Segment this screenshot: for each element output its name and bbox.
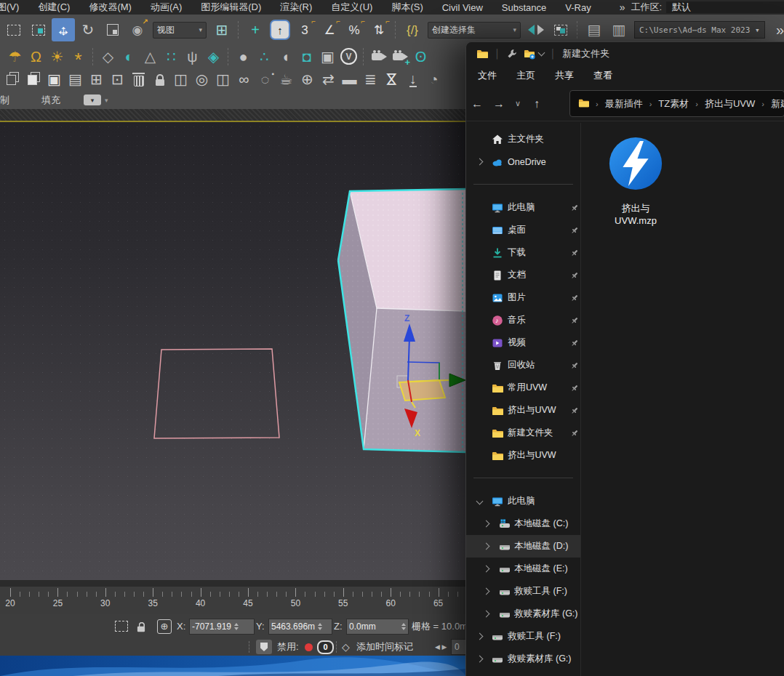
- snap-toggle-3d-icon[interactable]: 3⌐: [293, 18, 316, 41]
- dashed-target-icon[interactable]: ◌▪: [255, 71, 275, 89]
- window-crossing-icon[interactable]: [27, 18, 50, 41]
- doc-add-icon[interactable]: ⊞: [87, 71, 106, 89]
- menu-item-3[interactable]: 修改器(M): [79, 1, 141, 14]
- recent-locations-button[interactable]: ∨: [510, 99, 526, 108]
- explorer-title-bar[interactable]: │ │ 新建文件夹: [466, 42, 784, 65]
- percent-snap-icon[interactable]: %⌐: [343, 18, 366, 41]
- named-selection-set-dropdown[interactable]: 创建选择集▾: [428, 22, 521, 39]
- more-tools-icon[interactable]: »: [769, 18, 784, 41]
- rotate-tool-icon[interactable]: ↻: [76, 18, 100, 41]
- sidebar-item-主文件夹[interactable]: 主文件夹: [466, 128, 580, 150]
- coord-system-dropdown[interactable]: 视图▾: [153, 22, 207, 39]
- menu-item-1[interactable]: 视图(V): [0, 1, 28, 14]
- sidebar-item-救赎工具 (F:)[interactable]: 救赎工具 (F:): [466, 580, 580, 603]
- paste-page-icon[interactable]: ▣: [44, 71, 64, 89]
- sidebar-item-视频[interactable]: 视频: [466, 331, 580, 354]
- clone-page-icon[interactable]: [2, 71, 22, 89]
- menu-item-8[interactable]: 脚本(S): [382, 1, 432, 14]
- sidebar-item-图片[interactable]: 图片: [466, 286, 580, 309]
- explorer-menu-2[interactable]: 主页: [516, 69, 535, 82]
- chevron-down-icon[interactable]: [476, 498, 484, 505]
- scale-tool-icon[interactable]: [101, 18, 124, 41]
- ribbon-caret-icon[interactable]: ▾: [105, 97, 108, 104]
- vray-logo-icon[interactable]: V: [339, 47, 359, 65]
- lock-icon[interactable]: [150, 71, 169, 89]
- wrench-icon[interactable]: [507, 49, 517, 59]
- project-folder-field[interactable]: C:\Users\Ad⋯ds Max 2023 ▾: [634, 21, 765, 39]
- chevron-right-icon[interactable]: [483, 588, 490, 595]
- chevron-right-icon[interactable]: [476, 633, 484, 640]
- swap-arrows-icon[interactable]: ⇄: [319, 71, 338, 89]
- fire-effect-cube-icon[interactable]: ◈: [204, 47, 223, 65]
- delete-icon[interactable]: [129, 71, 148, 89]
- use-pivot-center-icon[interactable]: ⊞: [210, 18, 233, 41]
- new-folder-button[interactable]: [524, 48, 544, 60]
- eye-icon[interactable]: ◎: [192, 71, 212, 89]
- select-manipulate-icon[interactable]: +: [244, 18, 267, 41]
- sun-rays-icon[interactable]: *: [68, 47, 88, 65]
- up-button[interactable]: ↑: [526, 97, 548, 110]
- list-rows-icon[interactable]: ≣: [361, 71, 380, 89]
- sidebar-item-挤出与UVW[interactable]: 挤出与UVW: [466, 444, 580, 467]
- menu-item-9[interactable]: Civil View: [433, 2, 492, 13]
- angle-snap-icon[interactable]: ∠⌐: [318, 18, 341, 41]
- material-board-icon[interactable]: ◘: [297, 47, 316, 65]
- ruler-icon[interactable]: ▬: [340, 71, 359, 89]
- forward-button[interactable]: →: [488, 97, 510, 110]
- circle-quarter-icon[interactable]: ◔: [424, 71, 444, 89]
- expand-view-icon[interactable]: ⊡: [108, 71, 127, 89]
- sidebar-item-挤出与UVW[interactable]: 挤出与UVW: [466, 399, 580, 422]
- frame-step-buttons[interactable]: ◀ ▶: [435, 638, 447, 656]
- explorer-menu-3[interactable]: 共享: [555, 69, 574, 82]
- layer-manager-icon[interactable]: ▤: [583, 18, 606, 41]
- spinner-snap-icon[interactable]: ⇅⌐: [367, 18, 391, 41]
- explorer-menu-4[interactable]: 查看: [593, 69, 612, 82]
- menu-item-11[interactable]: V-Ray: [556, 2, 600, 13]
- scatter-grass-icon[interactable]: ψ: [183, 47, 202, 65]
- hourglass-icon[interactable]: ⋈: [382, 71, 401, 89]
- doc-lines-icon[interactable]: ▤: [65, 71, 85, 89]
- copy-page-icon[interactable]: [23, 71, 43, 89]
- sidebar-item-救赎工具 (F:)[interactable]: 救赎工具 (F:): [466, 625, 580, 648]
- shield-toggle-button[interactable]: [256, 638, 272, 656]
- x-coord-field[interactable]: -7071.919: [189, 619, 255, 635]
- material-sphere-half-icon[interactable]: ◐: [119, 47, 139, 65]
- menu-item-4[interactable]: 动画(A): [141, 1, 191, 14]
- particle-dots-icon[interactable]: ∷: [161, 47, 181, 65]
- explorer-menu-1[interactable]: 文件: [478, 69, 497, 82]
- move-tool-icon[interactable]: ↔↕: [52, 18, 75, 41]
- sidebar-item-回收站[interactable]: 回收站: [466, 354, 580, 377]
- selection-lock-icon[interactable]: [137, 614, 145, 638]
- sidebar-item-常用UVW[interactable]: 常用UVW: [466, 377, 580, 399]
- menu-item-7[interactable]: 自定义(U): [321, 1, 382, 14]
- menu-item-10[interactable]: Substance: [492, 2, 556, 13]
- breadcrumb-segment-2[interactable]: TZ素材: [658, 97, 689, 110]
- breadcrumb-segment-3[interactable]: 挤出与UVW: [705, 97, 755, 110]
- ribbon-minimize-button[interactable]: ▾: [84, 94, 101, 105]
- workspace-selector[interactable]: 默认: [666, 1, 784, 13]
- menu-item-6[interactable]: 渲染(R): [271, 1, 321, 14]
- ribbon-tab-fill[interactable]: 填充: [31, 94, 71, 107]
- add-time-tag-label[interactable]: 添加时间标记: [356, 638, 413, 656]
- target-light-icon[interactable]: ☂: [5, 47, 25, 65]
- sidebar-item-OneDrive[interactable]: OneDrive: [466, 150, 580, 173]
- sidebar-item-桌面[interactable]: 桌面: [466, 219, 580, 241]
- ribbon-tab-clipped[interactable]: 制: [0, 94, 20, 107]
- globe-icon[interactable]: ⊕: [297, 71, 317, 89]
- y-coord-field[interactable]: 5463.696m: [268, 619, 332, 635]
- color-dots-icon[interactable]: ∴: [255, 47, 274, 65]
- breadcrumb-segment-1[interactable]: 最新插件: [605, 97, 643, 110]
- chevron-right-icon[interactable]: [483, 566, 490, 573]
- select-region-icon[interactable]: [2, 18, 25, 41]
- chevron-right-icon[interactable]: [483, 543, 490, 550]
- chevron-right-icon[interactable]: [476, 656, 484, 663]
- sidebar-item-本地磁盘 (E:)[interactable]: 本地磁盘 (E:): [466, 558, 580, 580]
- toggle-layer-explorer-icon[interactable]: ▥: [607, 18, 631, 41]
- address-bar[interactable]: ›最新插件›TZ素材›挤出与UVW›新建文件夹: [569, 90, 784, 117]
- chevron-right-icon[interactable]: [483, 520, 490, 528]
- sidebar-item-此电脑[interactable]: 此电脑: [466, 490, 580, 512]
- z-coord-field[interactable]: 0.0mm: [346, 619, 409, 635]
- back-button[interactable]: ←: [466, 97, 488, 110]
- keyboard-override-icon[interactable]: ↑: [271, 21, 289, 39]
- camera-icon[interactable]: [369, 47, 388, 65]
